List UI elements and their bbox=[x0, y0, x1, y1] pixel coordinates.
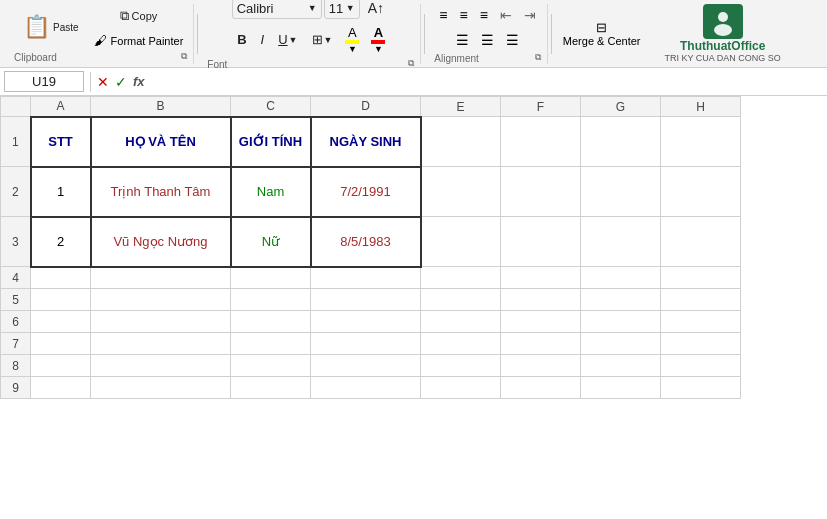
cell-C7[interactable] bbox=[231, 333, 311, 355]
cell-B8[interactable] bbox=[91, 355, 231, 377]
col-header-A[interactable]: A bbox=[31, 97, 91, 117]
cell-G9[interactable] bbox=[581, 377, 661, 399]
cell-D9[interactable] bbox=[311, 377, 421, 399]
formula-input[interactable] bbox=[151, 74, 823, 89]
cell-C9[interactable] bbox=[231, 377, 311, 399]
bold-button[interactable]: B bbox=[231, 29, 252, 50]
cell-A4[interactable] bbox=[31, 267, 91, 289]
col-header-C[interactable]: C bbox=[231, 97, 311, 117]
cell-G4[interactable] bbox=[581, 267, 661, 289]
font-expander[interactable]: ⧉ bbox=[408, 58, 414, 69]
cell-A9[interactable] bbox=[31, 377, 91, 399]
cell-F8[interactable] bbox=[501, 355, 581, 377]
cell-A7[interactable] bbox=[31, 333, 91, 355]
border-button[interactable]: ⊞ ▼ bbox=[306, 29, 339, 50]
copy-button[interactable]: ⧉ Copy bbox=[90, 4, 188, 28]
cancel-formula-button[interactable]: ✕ bbox=[97, 74, 109, 90]
cell-B3[interactable]: Vũ Ngọc Nương bbox=[91, 217, 231, 267]
format-painter-button[interactable]: 🖌 Format Painter bbox=[90, 31, 188, 50]
indent-decrease-button[interactable]: ⇤ bbox=[495, 4, 517, 26]
clipboard-expander[interactable]: ⧉ bbox=[181, 51, 187, 62]
cell-A2[interactable]: 1 bbox=[31, 167, 91, 217]
highlight-color-button[interactable]: A ▼ bbox=[340, 22, 364, 57]
cell-C1[interactable]: GIỚI TÍNH bbox=[231, 117, 311, 167]
cell-G1[interactable] bbox=[581, 117, 661, 167]
cell-B9[interactable] bbox=[91, 377, 231, 399]
cell-F4[interactable] bbox=[501, 267, 581, 289]
align-left-button[interactable]: ☰ bbox=[451, 29, 474, 51]
cell-B4[interactable] bbox=[91, 267, 231, 289]
cell-H2[interactable] bbox=[661, 167, 741, 217]
cell-D2[interactable]: 7/2/1991 bbox=[311, 167, 421, 217]
underline-button[interactable]: U ▼ bbox=[272, 29, 303, 50]
cell-A5[interactable] bbox=[31, 289, 91, 311]
col-header-E[interactable]: E bbox=[421, 97, 501, 117]
cell-B1[interactable]: HỌ VÀ TÊN bbox=[91, 117, 231, 167]
cell-E4[interactable] bbox=[421, 267, 501, 289]
cell-G3[interactable] bbox=[581, 217, 661, 267]
col-header-D[interactable]: D bbox=[311, 97, 421, 117]
cell-H8[interactable] bbox=[661, 355, 741, 377]
cell-D7[interactable] bbox=[311, 333, 421, 355]
cell-B5[interactable] bbox=[91, 289, 231, 311]
font-increase-button[interactable]: A↑ bbox=[362, 0, 390, 19]
col-header-F[interactable]: F bbox=[501, 97, 581, 117]
cell-D6[interactable] bbox=[311, 311, 421, 333]
cell-B7[interactable] bbox=[91, 333, 231, 355]
cell-H7[interactable] bbox=[661, 333, 741, 355]
align-center-button[interactable]: ☰ bbox=[476, 29, 499, 51]
cell-D5[interactable] bbox=[311, 289, 421, 311]
cell-C8[interactable] bbox=[231, 355, 311, 377]
cell-H6[interactable] bbox=[661, 311, 741, 333]
cell-H5[interactable] bbox=[661, 289, 741, 311]
cell-C6[interactable] bbox=[231, 311, 311, 333]
cell-B2[interactable]: Trịnh Thanh Tâm bbox=[91, 167, 231, 217]
cell-F9[interactable] bbox=[501, 377, 581, 399]
confirm-formula-button[interactable]: ✓ bbox=[115, 74, 127, 90]
cell-E1[interactable] bbox=[421, 117, 501, 167]
cell-G8[interactable] bbox=[581, 355, 661, 377]
cell-reference-input[interactable]: U19 bbox=[4, 71, 84, 92]
cell-F5[interactable] bbox=[501, 289, 581, 311]
paste-button[interactable]: 📋 Paste bbox=[14, 9, 88, 45]
cell-E6[interactable] bbox=[421, 311, 501, 333]
cell-A3[interactable]: 2 bbox=[31, 217, 91, 267]
cell-G5[interactable] bbox=[581, 289, 661, 311]
alignment-expander[interactable]: ⧉ bbox=[535, 52, 541, 63]
cell-C2[interactable]: Nam bbox=[231, 167, 311, 217]
cell-A6[interactable] bbox=[31, 311, 91, 333]
cell-F1[interactable] bbox=[501, 117, 581, 167]
cell-C3[interactable]: Nữ bbox=[231, 217, 311, 267]
col-header-H[interactable]: H bbox=[661, 97, 741, 117]
cell-G6[interactable] bbox=[581, 311, 661, 333]
font-color-button[interactable]: A ▼ bbox=[366, 22, 390, 57]
align-top-center-button[interactable]: ≡ bbox=[455, 4, 473, 26]
cell-D8[interactable] bbox=[311, 355, 421, 377]
align-top-left-button[interactable]: ≡ bbox=[434, 4, 452, 26]
col-header-G[interactable]: G bbox=[581, 97, 661, 117]
font-name-selector[interactable]: Calibri ▼ bbox=[232, 0, 322, 19]
indent-increase-button[interactable]: ⇥ bbox=[519, 4, 541, 26]
cell-A8[interactable] bbox=[31, 355, 91, 377]
spreadsheet-container[interactable]: A B C D E F G H 1 STT HỌ VÀ TÊN bbox=[0, 96, 827, 519]
cell-F7[interactable] bbox=[501, 333, 581, 355]
cell-H1[interactable] bbox=[661, 117, 741, 167]
cell-E5[interactable] bbox=[421, 289, 501, 311]
cell-F2[interactable] bbox=[501, 167, 581, 217]
cell-E7[interactable] bbox=[421, 333, 501, 355]
cell-H3[interactable] bbox=[661, 217, 741, 267]
cell-G2[interactable] bbox=[581, 167, 661, 217]
cell-D1[interactable]: NGÀY SINH bbox=[311, 117, 421, 167]
cell-H9[interactable] bbox=[661, 377, 741, 399]
cell-D3[interactable]: 8/5/1983 bbox=[311, 217, 421, 267]
cell-E8[interactable] bbox=[421, 355, 501, 377]
cell-F3[interactable] bbox=[501, 217, 581, 267]
font-size-selector[interactable]: 11 ▼ bbox=[324, 0, 360, 19]
cell-C5[interactable] bbox=[231, 289, 311, 311]
italic-button[interactable]: I bbox=[255, 29, 271, 50]
cell-H4[interactable] bbox=[661, 267, 741, 289]
merge-center-button[interactable]: ⊟ Merge & Center bbox=[555, 16, 649, 51]
cell-D4[interactable] bbox=[311, 267, 421, 289]
col-header-B[interactable]: B bbox=[91, 97, 231, 117]
align-right-button[interactable]: ☰ bbox=[501, 29, 524, 51]
